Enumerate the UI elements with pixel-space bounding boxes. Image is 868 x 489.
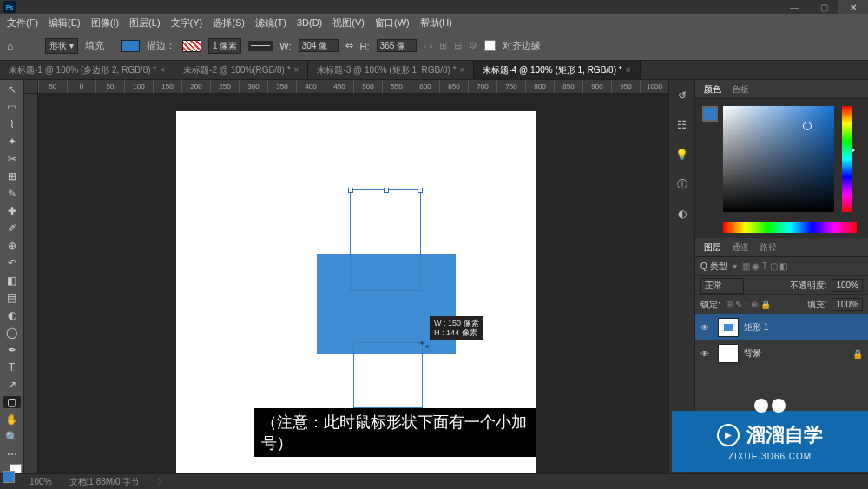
move-tool[interactable]: ↖ [3,83,21,96]
layer-name[interactable]: 背景 [744,347,761,360]
properties-icon[interactable]: ☷ [674,116,691,134]
color-field[interactable] [723,106,834,212]
visibility-icon[interactable]: 👁 [700,323,713,333]
document-tab[interactable]: 未标题-2 @ 100%(RGB/8) *× [174,61,308,79]
menu-窗口[interactable]: 窗口(W) [375,17,410,30]
layer-thumb[interactable] [718,344,739,363]
fill-opacity-input[interactable]: 100% [832,298,863,311]
menu-图像[interactable]: 图像(I) [91,17,119,30]
align-edges-checkbox[interactable] [484,40,496,51]
pen-tool[interactable]: ✒ [3,344,21,356]
ruler-mark: 500 [353,80,382,93]
crop-tool[interactable]: ✂ [3,153,21,165]
menu-滤镜[interactable]: 滤镜(T) [255,17,286,30]
document-tab[interactable]: 未标题-1 @ 100% (多边形 2, RGB/8) *× [0,61,174,79]
zoom-tool[interactable]: 🔍 [3,431,21,443]
close-icon[interactable]: × [460,65,465,75]
stamp-tool[interactable]: ⊕ [3,240,21,252]
align-icon[interactable]: ⊞ [439,40,447,51]
zoom-level[interactable]: 100% [30,477,52,486]
menu-帮助[interactable]: 帮助(H) [420,17,452,30]
close-icon[interactable]: × [626,65,631,75]
blur-tool[interactable]: ◐ [3,309,21,321]
menu-3D[interactable]: 3D(D) [297,17,322,28]
selection-rect-drawing[interactable] [353,342,423,408]
marquee-tool[interactable]: ▭ [3,101,21,113]
gear-icon[interactable]: ⚙ [469,40,477,51]
document-tab[interactable]: 未标题-4 @ 100% (矩形 1, RGB/8) *× [474,61,640,79]
rect-tool[interactable]: ▢ [3,396,21,408]
hand-tool[interactable]: ✋ [3,413,21,426]
ruler-horizontal[interactable]: 5005010015020025030035040045050055060065… [38,80,668,94]
w-label: W: [279,41,291,51]
width-input[interactable] [299,39,339,52]
spectrum-bar[interactable] [723,222,857,233]
ruler-mark: 700 [468,80,496,93]
layer-background[interactable]: 👁 背景 🔒 [695,340,868,367]
brush-tool[interactable]: ✐ [3,222,21,235]
lock-icon[interactable]: 🔒 [852,349,863,359]
selection-rect-top[interactable] [350,189,421,291]
frame-tool[interactable]: ⊞ [3,170,21,182]
menu-编辑[interactable]: 编辑(E) [49,17,81,30]
wand-tool[interactable]: ✦ [3,135,21,148]
history-icon[interactable]: ↺ [674,87,691,104]
tab-swatches[interactable]: 色板 [732,83,749,96]
minimize-button[interactable]: — [779,0,809,14]
eraser-tool[interactable]: ◧ [3,274,21,287]
blend-mode-dropdown[interactable]: 正常 [700,278,744,294]
dodge-tool[interactable]: ◯ [3,327,21,339]
stroke-swatch[interactable] [182,40,201,52]
lock-icons[interactable]: ⊞ ✎ ↕ ⊕ 🔒 [726,300,771,309]
lock-label: 锁定: [700,299,720,311]
arrange-icon[interactable]: ⊟ [454,40,462,51]
shape-mode-dropdown[interactable]: 形状 ▾ [45,38,78,54]
restore-button[interactable]: ▢ [809,0,838,14]
tab-layers[interactable]: 图层 [704,241,721,254]
opacity-input[interactable]: 100% [832,279,863,292]
visibility-icon[interactable]: 👁 [700,349,713,359]
tab-channels[interactable]: 通道 [732,241,749,254]
fill-swatch[interactable] [121,40,140,52]
home-icon[interactable]: ⌂ [7,40,21,52]
type-tool[interactable]: T [3,361,21,373]
gradient-tool[interactable]: ▤ [3,292,21,304]
tab-color[interactable]: 颜色 [704,83,721,96]
menu-选择[interactable]: 选择(S) [213,17,245,30]
stroke-style-dropdown[interactable] [248,41,273,51]
history-brush-tool[interactable]: ↶ [3,257,21,269]
ruler-vertical[interactable] [24,94,38,476]
foreground-swatch[interactable] [3,471,15,483]
watermark-text: 溜溜自学 [746,422,823,448]
stroke-label: 描边： [147,39,175,52]
close-button[interactable]: ✕ [838,0,868,14]
menu-图层[interactable]: 图层(L) [129,17,160,30]
path-select-tool[interactable]: ↗ [3,379,21,391]
link-icon[interactable]: ⇔ [345,40,353,51]
fg-color-swatch[interactable] [702,106,718,122]
eyedropper-tool[interactable]: ✎ [3,188,21,200]
edit-toolbar[interactable]: ⋯ [3,448,21,460]
doc-size[interactable]: 文档:1.83M/0 字节 [69,476,141,488]
layer-thumb[interactable] [718,318,739,337]
hue-slider[interactable] [842,106,852,212]
path-ops-icon[interactable]: ▫ ▫ [424,41,433,51]
canvas[interactable]: W : 150 像素 H : 144 像素 ⁺₊ （注意：此时鼠标形状下面有一个… [176,111,536,476]
menu-文件[interactable]: 文件(F) [7,17,38,30]
close-icon[interactable]: × [160,65,165,75]
menu-文字[interactable]: 文字(Y) [171,17,203,30]
height-input[interactable] [377,39,417,52]
lasso-tool[interactable]: ⌇ [3,118,21,130]
layer-name[interactable]: 矩形 1 [744,321,768,334]
tab-paths[interactable]: 路径 [760,241,777,254]
menu-视图[interactable]: 视图(V) [332,17,365,30]
bulb-icon[interactable]: 💡 [674,146,691,163]
close-icon[interactable]: × [294,65,299,75]
styles-icon[interactable]: ◐ [674,205,691,222]
layer-rect1[interactable]: 👁 矩形 1 [695,314,868,340]
document-tab[interactable]: 未标题-3 @ 100% (矩形 1, RGB/8) *× [308,61,474,79]
layer-filter-icons[interactable]: ▥ ◉ T ▢ ◧ [742,261,788,271]
stroke-width-dropdown[interactable]: 1 像素 [208,38,241,54]
heal-tool[interactable]: ✚ [3,205,21,217]
info-icon[interactable]: ⓘ [674,175,691,193]
